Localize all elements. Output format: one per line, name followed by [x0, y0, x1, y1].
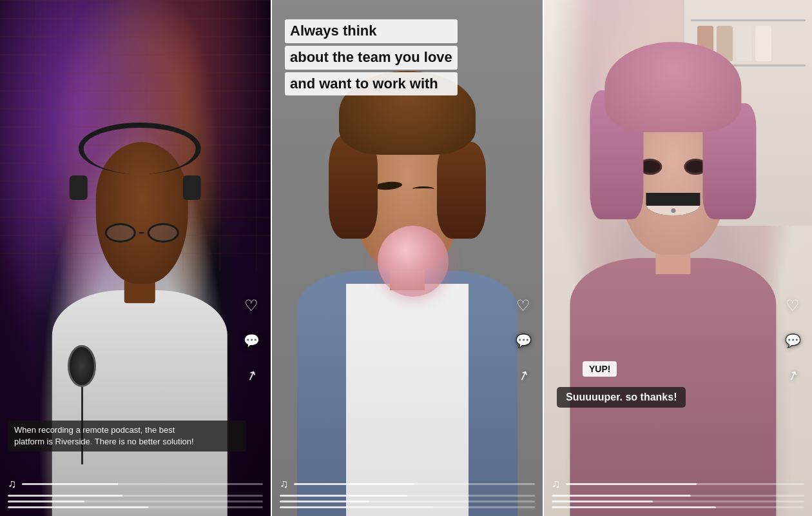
hair-top-3: [604, 42, 742, 132]
bar-fill-3-3: [552, 506, 716, 508]
comment-icon-1[interactable]: 💬: [240, 329, 263, 352]
share-icon-3[interactable]: ↗: [778, 361, 807, 390]
person-figure-3: [550, 52, 795, 516]
bar-2-2: [280, 501, 535, 502]
music-fill-1: [22, 483, 119, 485]
bar-2-3: [280, 506, 535, 508]
text-line-1: Always think: [285, 19, 458, 43]
caption-thanks: Suuuuuper. so thanks!: [557, 387, 686, 408]
bar-fill-1-2: [8, 501, 84, 502]
bar-fill-1-3: [8, 506, 148, 508]
hair-right-2: [437, 142, 486, 239]
bar-3-2: [552, 501, 804, 502]
music-row-3: ♫: [552, 477, 804, 491]
music-fill-2: [294, 483, 414, 485]
video-panel-1: When recording a remote podcast, the bes…: [0, 0, 271, 516]
text-line-2: about the team you love: [285, 46, 458, 70]
bubble-gum: [378, 226, 449, 297]
glasses-shape: [105, 220, 179, 246]
music-note-3: ♫: [552, 477, 561, 491]
headphones-arc: [79, 123, 201, 174]
comment-icon-2[interactable]: 💬: [512, 329, 535, 352]
lip-piercing: [671, 208, 675, 213]
music-note-2: ♫: [280, 477, 289, 491]
action-icons-panel-1: ♡ 💬 ↗: [240, 294, 263, 387]
headphone-left: [70, 175, 88, 200]
bar-fill-2-1: [280, 495, 407, 497]
video-panel-2: Always think about the team you love and…: [272, 0, 543, 516]
bar-1-1: [8, 495, 263, 497]
bar-fill-3-2: [552, 501, 653, 502]
caption-line-2: platform is Riverside. There is no bette…: [14, 437, 194, 446]
heart-icon-3[interactable]: ♡: [781, 294, 804, 317]
person-figure-2: [285, 64, 530, 516]
text-line-3: and want to work with: [285, 72, 458, 96]
music-progress-1: [22, 483, 264, 485]
bar-fill-1-1: [8, 495, 122, 497]
person-figure-1: [30, 129, 249, 516]
bar-1-3: [8, 506, 263, 508]
bar-3-3: [552, 506, 804, 508]
mic-head: [68, 345, 96, 387]
bottom-bar-1: ♫: [0, 472, 271, 516]
shelf-1: [691, 19, 806, 21]
progress-bars-2: [280, 495, 535, 508]
bar-fill-2-2: [280, 501, 369, 502]
progress-bars-3: [552, 495, 804, 508]
share-icon-1[interactable]: ↗: [237, 361, 266, 390]
eye-left-wink: [412, 186, 434, 192]
bar-3-1: [552, 495, 804, 497]
music-note-1: ♫: [8, 477, 17, 491]
bar-1-2: [8, 501, 263, 502]
action-icons-panel-2: ♡ 💬 ↗: [512, 294, 535, 387]
bar-fill-2-3: [280, 506, 433, 508]
bar-fill-3-1: [552, 495, 691, 497]
heart-icon-1[interactable]: ♡: [240, 294, 263, 317]
share-icon-2[interactable]: ↗: [508, 361, 538, 390]
text-overlay-panel2: Always think about the team you love and…: [285, 19, 458, 98]
headphone-right: [183, 175, 201, 200]
music-fill-3: [566, 483, 697, 485]
comment-icon-3[interactable]: 💬: [781, 329, 804, 352]
music-progress-2: [294, 483, 536, 485]
bottom-bar-2: ♫: [272, 472, 543, 516]
music-row-1: ♫: [8, 477, 263, 491]
caption-panel-1: When recording a remote podcast, the bes…: [8, 421, 246, 452]
progress-bars-1: [8, 495, 263, 508]
music-progress-3: [566, 483, 805, 485]
heart-icon-2[interactable]: ♡: [512, 294, 535, 317]
video-panel-3: YUP! Suuuuuper. so thanks! ♡ 💬 ↗ ♫: [544, 0, 812, 516]
bar-2-1: [280, 495, 535, 497]
eye-right-2: [374, 181, 402, 191]
music-row-2: ♫: [280, 477, 535, 491]
caption-line-1: When recording a remote podcast, the bes…: [14, 425, 175, 435]
badge-yup: YUP!: [583, 361, 617, 377]
bottom-bar-3: ♫: [544, 472, 812, 516]
action-icons-panel-3: ♡ 💬 ↗: [781, 294, 804, 387]
